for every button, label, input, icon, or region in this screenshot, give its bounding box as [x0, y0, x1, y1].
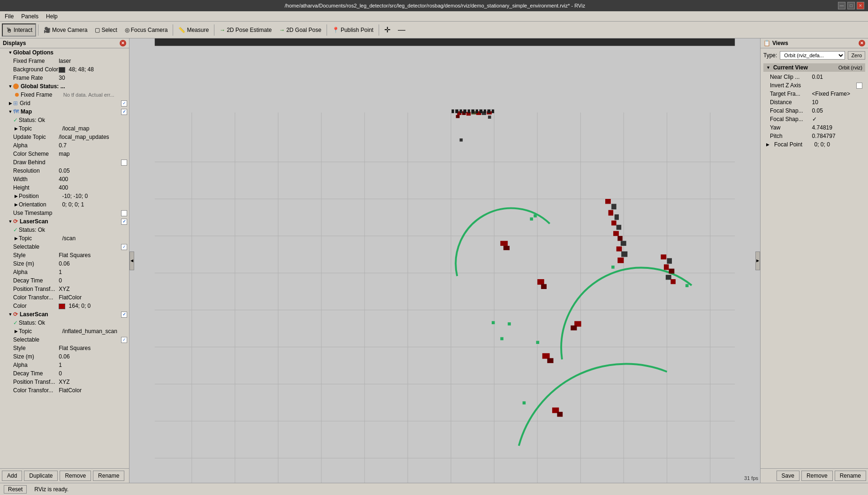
menu-help[interactable]: Help [43, 12, 61, 21]
titlebar: /home/atharva/Documents/ros2_leg_detecto… [0, 0, 868, 11]
laserscan1-section-header[interactable]: ▼ ⟳ LaserScan [0, 217, 129, 226]
laserscan1-alpha-value[interactable]: 1 [59, 269, 127, 275]
fixed-frame-value[interactable]: laser [59, 58, 127, 64]
remove-view-button[interactable]: Remove [801, 471, 833, 481]
minimize-button[interactable]: — [838, 2, 845, 9]
global-status-expand[interactable]: ▼ [8, 84, 13, 89]
laserscan2-alpha-value[interactable]: 1 [59, 362, 127, 368]
toolbar-separator-5 [379, 24, 379, 36]
global-status-row[interactable]: ▼ Global Status: ... [0, 82, 129, 91]
focus-camera-button[interactable]: ◎ Focus Camera [122, 23, 171, 37]
map-topic-value[interactable]: /local_map [62, 125, 127, 132]
distance-value[interactable]: 10 [812, 99, 862, 106]
rename-view-button[interactable]: Rename [835, 471, 866, 481]
current-view-label: Current View [773, 64, 808, 71]
invert-z-checkbox[interactable] [856, 83, 862, 89]
maximize-button[interactable]: □ [847, 2, 855, 9]
pose-estimate-button[interactable]: → 2D Pose Estimate [216, 23, 275, 37]
laserscan1-decay-time-value[interactable]: 0 [59, 277, 127, 284]
titlebar-title: /home/atharva/Documents/ros2_leg_detecto… [32, 3, 838, 8]
displays-panel: Displays ✕ ▼ Global Options Fixed Frame … [0, 38, 129, 483]
interact-button[interactable]: 🖱 Interact [2, 23, 36, 37]
pitch-value[interactable]: 0.784797 [812, 133, 862, 139]
displays-close-button[interactable]: ✕ [120, 40, 126, 46]
reset-button[interactable]: Reset [4, 485, 27, 494]
laserscan2-section-header[interactable]: ▼ ⟳ LaserScan [0, 310, 129, 319]
focal-shape2-value[interactable]: ✓ [812, 116, 862, 122]
laserscan1-topic-value[interactable]: /scan [62, 235, 127, 242]
extra-button[interactable]: — [395, 23, 409, 37]
views-close-button[interactable]: ✕ [859, 40, 865, 46]
laserscan2-size-value[interactable]: 0.06 [59, 353, 127, 360]
current-view-expand[interactable]: ▼ [766, 65, 770, 70]
views-type-select[interactable]: Orbit (rviz_defa... [780, 51, 845, 60]
map-topic-expand[interactable]: ▶ [13, 126, 19, 131]
close-button[interactable]: ✕ [857, 2, 864, 9]
map-draw-behind-checkbox[interactable] [121, 160, 127, 166]
grid-label: Grid [20, 100, 121, 107]
grid-row[interactable]: ▶ ⊞ Grid [0, 99, 129, 107]
svg-rect-25 [533, 214, 537, 218]
displays-content[interactable]: ▼ Global Options Fixed Frame laser Backg… [0, 48, 129, 468]
laserscan2-topic-expand[interactable]: ▶ [13, 328, 19, 334]
map-color-scheme-value[interactable]: map [59, 151, 127, 157]
publish-point-button[interactable]: 📍 Publish Point [329, 23, 377, 37]
laserscan1-checkbox[interactable] [121, 219, 127, 225]
global-options-row[interactable]: ▼ Global Options [0, 48, 129, 57]
menu-panels[interactable]: Panels [18, 12, 41, 21]
remove-display-button[interactable]: Remove [60, 471, 91, 481]
target-frame-value[interactable]: <Fixed Frame> [812, 91, 862, 97]
map-update-topic-label: Update Topic [13, 134, 59, 140]
map-section-header[interactable]: ▼ 🗺 Map [0, 107, 129, 116]
menu-file[interactable]: File [2, 12, 16, 21]
save-view-button[interactable]: Save [777, 471, 799, 481]
global-options-expand[interactable]: ▼ [8, 50, 13, 55]
map-alpha-value[interactable]: 0.7 [59, 142, 127, 149]
laserscan1-size-value[interactable]: 0.06 [59, 260, 127, 267]
laserscan1-selectable-checkbox[interactable] [121, 244, 127, 250]
laserscan2-checkbox[interactable] [121, 312, 127, 318]
add-display-button[interactable]: Add [2, 471, 22, 481]
laserscan1-topic-expand[interactable]: ▶ [13, 236, 19, 241]
focal-shape1-value[interactable]: 0.05 [812, 107, 862, 114]
collapse-right-button[interactable]: ▶ [755, 251, 760, 270]
laserscan1-style-value[interactable]: Flat Squares [59, 252, 127, 259]
map-orientation-expand[interactable]: ▶ [13, 202, 19, 207]
focal-point-expand[interactable]: ▶ [766, 142, 769, 147]
yaw-value[interactable]: 4.74819 [812, 124, 862, 131]
laserscan2-selectable-checkbox[interactable] [121, 337, 127, 343]
laserscan1-pos-transform-value[interactable]: XYZ [59, 286, 127, 292]
background-color-value[interactable]: 48; 48; 48 [59, 66, 127, 73]
laserscan2-topic-value[interactable]: /inflated_human_scan [62, 328, 127, 335]
goal-pose-button[interactable]: → 2D Goal Pose [276, 23, 325, 37]
duplicate-display-button[interactable]: Duplicate [24, 471, 58, 481]
views-zero-button[interactable]: Zero [848, 51, 865, 60]
select-button[interactable]: ▢ Select [91, 23, 120, 37]
map-use-timestamp-checkbox[interactable] [121, 210, 127, 216]
laserscan2-decay-time-value[interactable]: 0 [59, 370, 127, 377]
laserscan2-pos-transform-value[interactable]: XYZ [59, 379, 127, 385]
map-expand[interactable]: ▼ [8, 109, 13, 114]
map-resolution-row: Resolution 0.05 [0, 167, 129, 175]
laserscan1-color-transform-value[interactable]: FlatColor [59, 294, 127, 301]
frame-rate-value[interactable]: 30 [59, 75, 127, 81]
crosshair-button[interactable]: ✛ [381, 23, 394, 37]
laserscan2-style-value[interactable]: Flat Squares [59, 345, 127, 351]
move-camera-button[interactable]: 🎥 Move Camera [40, 23, 91, 37]
map-position-expand[interactable]: ▶ [13, 193, 19, 199]
3d-viewport[interactable]: ◀ [129, 38, 760, 483]
near-clip-value[interactable]: 0.01 [812, 74, 862, 80]
map-checkbox[interactable] [121, 109, 127, 115]
rename-display-button[interactable]: Rename [93, 471, 124, 481]
measure-button[interactable]: 📏 Measure [175, 23, 212, 37]
laserscan2-expand[interactable]: ▼ [8, 312, 13, 317]
laserscan1-color-value[interactable]: 164; 0; 0 [59, 303, 127, 309]
map-update-topic-value[interactable]: /local_map_updates [59, 134, 127, 140]
grid-checkbox[interactable] [121, 100, 127, 107]
grid-expand[interactable]: ▶ [8, 100, 13, 106]
current-view-header[interactable]: ▼ Current View Orbit (rviz) [763, 63, 865, 72]
views-title: Views [772, 40, 859, 46]
laserscan2-icon: ⟳ [13, 311, 18, 318]
laserscan1-expand[interactable]: ▼ [8, 219, 13, 224]
laserscan2-color-transform-value[interactable]: FlatColor [59, 387, 127, 394]
